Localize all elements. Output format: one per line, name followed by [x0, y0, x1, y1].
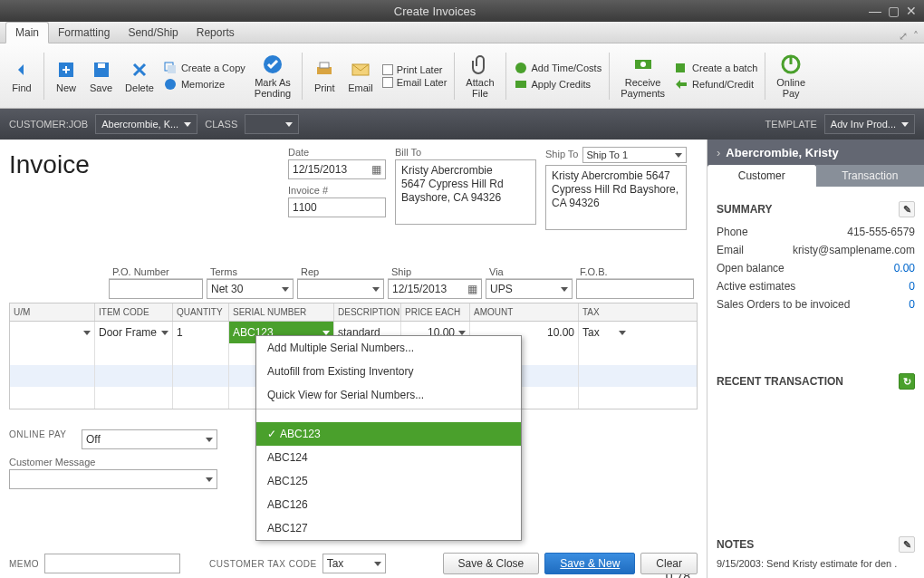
add-time-costs-button[interactable]: Add Time/Costs: [514, 61, 602, 75]
invoice-no-input[interactable]: 1100: [288, 197, 386, 217]
shipto-label: Ship To: [545, 149, 579, 159]
copy-icon: [163, 61, 178, 75]
ship-label: Ship: [388, 265, 482, 279]
tab-main[interactable]: Main: [5, 22, 49, 43]
dd-serial[interactable]: ABC126: [256, 493, 521, 516]
via-label: Via: [486, 265, 573, 279]
col-amt: AMOUNT: [470, 303, 579, 321]
caret-down-icon[interactable]: [458, 331, 466, 335]
refund-credit-button[interactable]: Refund/Credit: [674, 77, 757, 92]
col-item: ITEM CODE: [95, 303, 173, 321]
caret-down-icon: [374, 562, 381, 566]
rep-select[interactable]: [297, 279, 384, 299]
ship-input[interactable]: 12/15/2013▦: [388, 279, 482, 299]
edit-summary-button[interactable]: ✎: [899, 201, 915, 217]
custmsg-select[interactable]: [9, 469, 217, 489]
tab-sendship[interactable]: Send/Ship: [119, 23, 187, 43]
billto-text[interactable]: Kristy Abercrombie 5647 Cypress Hill Rd …: [395, 159, 536, 225]
print-icon: [313, 59, 335, 81]
save-new-button[interactable]: Save & New: [544, 553, 635, 574]
caret-down-icon: [901, 122, 909, 127]
memo-input[interactable]: [44, 554, 180, 573]
col-tax: TAX: [579, 303, 630, 321]
caret-down-icon[interactable]: [161, 331, 168, 335]
new-button[interactable]: New: [52, 59, 81, 93]
minimize-icon[interactable]: —: [868, 4, 882, 18]
delete-icon: [129, 59, 150, 81]
dd-serial[interactable]: ABC124: [256, 446, 521, 469]
caret-down-icon[interactable]: [83, 331, 91, 335]
close-icon[interactable]: ✕: [904, 4, 919, 18]
attach-file-button[interactable]: Attach File: [462, 53, 497, 99]
taxcode-label: CUSTOMER TAX CODE: [209, 559, 317, 569]
delete-button[interactable]: Delete: [121, 59, 158, 93]
via-select[interactable]: UPS: [486, 279, 573, 299]
customer-job-select[interactable]: Abercrombie, K...: [95, 114, 197, 134]
recent-trans-button[interactable]: ↻: [899, 373, 915, 390]
date-input[interactable]: 12/15/2013▦: [288, 159, 386, 179]
dd-add-multiple[interactable]: Add Multiple Serial Numbers...: [256, 336, 521, 360]
dd-serial[interactable]: ABC127: [256, 516, 521, 540]
terms-select[interactable]: Net 30: [207, 279, 294, 299]
email-icon: [350, 59, 371, 81]
tab-reports[interactable]: Reports: [188, 23, 244, 43]
caret-down-icon: [184, 122, 191, 127]
caret-down-icon[interactable]: [322, 331, 330, 335]
col-um: U/M: [10, 303, 95, 321]
memo-label: MEMO: [9, 559, 39, 569]
calendar-icon[interactable]: ▦: [467, 283, 477, 295]
tab-transaction[interactable]: Transaction: [816, 165, 925, 187]
tab-formatting[interactable]: Formatting: [49, 23, 119, 43]
fob-label: F.O.B.: [576, 265, 694, 279]
save-button[interactable]: Save: [86, 59, 116, 93]
maximize-icon[interactable]: ▢: [886, 4, 900, 18]
create-copy-button[interactable]: Create a Copy: [163, 61, 245, 75]
clear-button[interactable]: Clear: [640, 553, 698, 574]
summary-header: SUMMARY: [717, 203, 773, 216]
email-button[interactable]: Email: [344, 59, 377, 93]
memorize-button[interactable]: Memorize: [163, 77, 245, 92]
expand-icon[interactable]: ⤢: [899, 30, 908, 43]
apply-credits-button[interactable]: Apply Credits: [514, 77, 602, 92]
print-button[interactable]: Print: [310, 59, 339, 93]
online-pay-button[interactable]: Online Pay: [773, 53, 809, 99]
dd-autofill[interactable]: Autofill from Existing Inventory: [256, 360, 521, 383]
fob-input[interactable]: [576, 279, 694, 299]
credit-icon: [514, 77, 528, 92]
terms-label: Terms: [207, 265, 294, 279]
find-button[interactable]: Find: [7, 59, 36, 93]
customer-name: Abercrombie, Kristy: [726, 146, 838, 159]
chevron-right-icon[interactable]: ›: [717, 146, 720, 159]
svg-point-5: [165, 79, 176, 90]
mark-pending-button[interactable]: Mark As Pending: [251, 53, 294, 99]
collapse-icon[interactable]: ˄: [913, 30, 919, 43]
dd-serial[interactable]: ABC123: [256, 422, 521, 446]
edit-notes-button[interactable]: ✎: [899, 536, 915, 553]
calendar-icon[interactable]: ▦: [371, 163, 381, 176]
save-close-button[interactable]: Save & Close: [443, 553, 540, 574]
serial-dropdown: Add Multiple Serial Numbers... Autofill …: [255, 335, 522, 541]
notes-body: 9/15/2003: Send Kristy estimate for den …: [717, 558, 915, 569]
svg-rect-8: [320, 63, 329, 68]
shipto-text[interactable]: Kristy Abercrombie 5647 Cypress Hill Rd …: [545, 165, 687, 230]
create-batch-button[interactable]: Create a batch: [674, 61, 757, 75]
dd-serial[interactable]: ABC125: [256, 469, 521, 493]
recent-header: RECENT TRANSACTION: [717, 375, 843, 388]
email-later-checkbox[interactable]: Email Later: [382, 77, 448, 88]
caret-down-icon: [206, 438, 213, 442]
receive-payments-button[interactable]: Receive Payments: [617, 53, 669, 99]
onlinepay-select[interactable]: Off: [82, 429, 217, 449]
po-input[interactable]: [109, 279, 203, 299]
shipto-select[interactable]: Ship To 1: [582, 147, 688, 163]
caret-down-icon: [675, 153, 682, 158]
print-later-checkbox[interactable]: Print Later: [382, 64, 448, 75]
dd-quickview[interactable]: Quick View for Serial Numbers...: [256, 383, 521, 407]
caret-down-icon[interactable]: [619, 331, 626, 335]
caret-down-icon: [285, 122, 293, 127]
tab-customer[interactable]: Customer: [707, 165, 816, 187]
taxcode-select[interactable]: Tax: [322, 554, 386, 573]
template-select[interactable]: Adv Inv Prod...: [824, 114, 915, 134]
caret-down-icon: [282, 287, 289, 292]
col-sn: SERIAL NUMBER: [229, 303, 334, 321]
class-select[interactable]: [245, 114, 299, 134]
